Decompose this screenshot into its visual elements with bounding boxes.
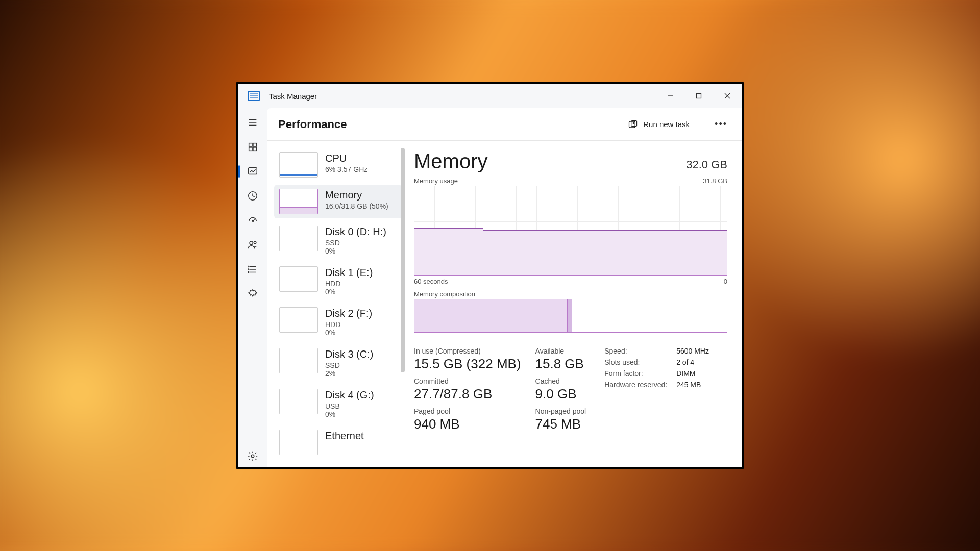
svg-point-21 (248, 269, 249, 270)
svg-rect-8 (253, 143, 256, 146)
performance-list[interactable]: CPU 6% 3.57 GHz Memory 16.0/31.8 GB (50%… (267, 141, 405, 467)
scrollbar-thumb[interactable] (401, 148, 405, 372)
toolbar: Performance Run new task ••• (267, 108, 742, 141)
perf-item-ethernet[interactable]: Ethernet (274, 425, 402, 459)
perf-item-sub: USB (325, 402, 374, 410)
stat-cached-value: 9.0 GB (535, 386, 586, 402)
nav-settings[interactable] (240, 445, 265, 467)
task-manager-window: Task Manager Performance (236, 82, 744, 469)
x-axis-right: 0 (724, 278, 727, 285)
titlebar: Task Manager (238, 84, 742, 108)
stat-speed-label: Speed: (604, 347, 667, 355)
disk-thumbnail-chart (279, 389, 318, 414)
perf-item-title: Disk 2 (F:) (325, 307, 372, 319)
nav-startup[interactable] (240, 209, 265, 232)
composition-modified (568, 299, 572, 332)
memory-composition-chart[interactable] (414, 299, 727, 333)
composition-standby (572, 299, 656, 332)
more-options-button[interactable]: ••• (709, 115, 732, 134)
svg-point-16 (254, 241, 256, 244)
composition-in-use (414, 299, 568, 332)
perf-item-title: Disk 0 (D: H:) (325, 226, 386, 238)
perf-item-sub2: 0% (325, 288, 373, 296)
stat-nonpaged-label: Non-paged pool (535, 407, 586, 415)
nav-users[interactable] (240, 234, 265, 256)
svg-point-20 (248, 266, 249, 267)
stat-available-value: 15.8 GB (535, 356, 586, 372)
perf-item-disk3[interactable]: Disk 3 (C:) SSD 2% (274, 344, 402, 382)
perf-item-sub2: 0% (325, 329, 372, 337)
svg-rect-7 (249, 143, 252, 146)
usage-label: Memory usage (414, 177, 458, 185)
stat-committed-label: Committed (414, 377, 521, 385)
disk-thumbnail-chart (279, 226, 318, 251)
perf-item-title: Disk 3 (C:) (325, 348, 373, 360)
perf-item-sub: HDD (325, 280, 373, 288)
perf-item-title: Ethernet (325, 430, 364, 442)
memory-thumbnail-chart (279, 189, 318, 214)
perf-item-title: CPU (325, 152, 368, 164)
stat-available-label: Available (535, 347, 586, 355)
perf-item-disk0[interactable]: Disk 0 (D: H:) SSD 0% (274, 221, 402, 259)
hamburger-button[interactable] (240, 111, 265, 134)
memory-usage-chart[interactable] (414, 186, 727, 276)
nav-performance[interactable] (240, 160, 265, 183)
perf-item-sub2: 0% (325, 247, 386, 255)
stat-reserved-value: 245 MB (676, 381, 709, 389)
stat-in-use-value: 15.5 GB (322 MB) (414, 356, 521, 372)
close-button[interactable] (713, 84, 742, 108)
nav-details[interactable] (240, 258, 265, 281)
window-controls (656, 84, 742, 108)
nav-services[interactable] (240, 283, 265, 305)
app-icon (248, 91, 260, 101)
perf-item-title: Memory (325, 189, 388, 201)
app-title: Task Manager (269, 92, 317, 101)
svg-point-22 (248, 272, 249, 273)
perf-item-title: Disk 4 (G:) (325, 389, 374, 401)
x-axis-left: 60 seconds (414, 278, 448, 285)
nav-processes[interactable] (240, 136, 265, 158)
perf-item-sub: SSD (325, 239, 386, 247)
composition-free (656, 299, 727, 332)
minimize-button[interactable] (656, 84, 684, 108)
stat-slots-value: 2 of 4 (676, 358, 709, 366)
network-thumbnail-chart (279, 430, 318, 455)
toolbar-divider (703, 116, 703, 133)
maximize-button[interactable] (684, 84, 713, 108)
perf-item-sub: 6% 3.57 GHz (325, 165, 368, 173)
perf-item-disk1[interactable]: Disk 1 (E:) HDD 0% (274, 262, 402, 300)
detail-title: Memory (414, 150, 487, 173)
perf-item-sub2: 2% (325, 369, 373, 378)
svg-rect-24 (629, 121, 635, 128)
detail-panel: Memory 32.0 GB Memory usage 31.8 GB (405, 141, 742, 467)
svg-point-23 (251, 455, 254, 458)
perf-item-disk4[interactable]: Disk 4 (G:) USB 0% (274, 385, 402, 422)
stat-reserved-label: Hardware reserved: (604, 381, 667, 389)
stat-slots-label: Slots used: (604, 358, 667, 366)
perf-item-sub: HDD (325, 320, 372, 329)
run-task-icon (628, 119, 638, 130)
view-title: Performance (278, 118, 347, 131)
run-new-task-button[interactable]: Run new task (621, 115, 697, 134)
stat-committed-value: 27.7/87.8 GB (414, 386, 521, 402)
perf-item-sub: SSD (325, 361, 373, 369)
stat-nonpaged-value: 745 MB (535, 416, 586, 432)
stat-cached-label: Cached (535, 377, 586, 385)
stat-form-label: Form factor: (604, 369, 667, 378)
stat-form-value: DIMM (676, 369, 709, 378)
nav-app-history[interactable] (240, 185, 265, 207)
svg-rect-9 (249, 147, 252, 151)
nav-rail (238, 108, 267, 467)
usage-max: 31.8 GB (703, 177, 727, 185)
disk-thumbnail-chart (279, 266, 318, 292)
perf-item-cpu[interactable]: CPU 6% 3.57 GHz (274, 148, 402, 182)
svg-point-15 (250, 241, 253, 244)
cpu-thumbnail-chart (279, 152, 318, 178)
perf-item-sub2: 0% (325, 410, 374, 418)
perf-item-disk2[interactable]: Disk 2 (F:) HDD 0% (274, 303, 402, 341)
disk-thumbnail-chart (279, 348, 318, 373)
perf-item-sub: 16.0/31.8 GB (50%) (325, 202, 388, 210)
perf-item-title: Disk 1 (E:) (325, 266, 373, 279)
perf-item-memory[interactable]: Memory 16.0/31.8 GB (50%) (274, 185, 402, 218)
stat-in-use-label: In use (Compressed) (414, 347, 521, 355)
